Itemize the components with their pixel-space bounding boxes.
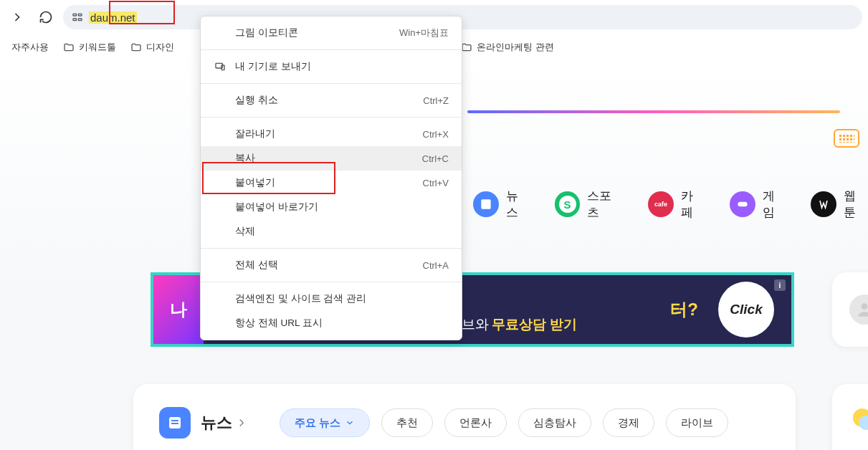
news-icon	[473, 191, 499, 217]
ctx-search-engine-mgmt[interactable]: 검색엔진 및 사이트 검색 관리	[201, 287, 462, 311]
news-section-icon	[159, 407, 191, 439]
chevron-down-icon	[345, 418, 355, 428]
service-game[interactable]: 게임	[730, 188, 787, 221]
svg-rect-2	[73, 19, 77, 21]
ctx-separator	[201, 49, 462, 50]
folder-icon	[461, 42, 472, 53]
ctx-select-all[interactable]: 전체 선택 Ctrl+A	[201, 253, 462, 277]
svg-rect-1	[78, 14, 82, 16]
ctx-paste[interactable]: 붙여넣기 Ctrl+V	[201, 171, 462, 195]
ctx-separator	[201, 282, 462, 282]
service-news[interactable]: 뉴스	[473, 188, 530, 221]
tab-press[interactable]: 언론사	[444, 408, 507, 437]
sports-icon: S	[555, 191, 581, 217]
svg-point-11	[862, 303, 868, 310]
devices-icon	[214, 61, 226, 72]
svg-rect-3	[78, 19, 82, 21]
ad-left-segment: 나	[153, 275, 204, 344]
ctx-separator	[201, 248, 462, 249]
ctx-always-full-url[interactable]: 항상 전체 URL 표시	[201, 311, 462, 335]
context-menu: 그림 이모티콘 Win+마침표 내 기기로 보내기 실행 취소 Ctrl+Z 잘…	[200, 16, 462, 340]
keyboard-icon[interactable]	[834, 129, 859, 148]
address-bar-url[interactable]: daum.net	[89, 11, 137, 24]
weather-card[interactable]	[832, 384, 868, 450]
service-webtoon[interactable]: 웹툰	[811, 188, 868, 221]
ad-click-button[interactable]: Click	[718, 282, 774, 338]
svg-rect-0	[73, 14, 77, 16]
bookmark-folder-design[interactable]: 디자인	[130, 41, 174, 54]
webtoon-icon	[811, 191, 836, 217]
site-settings-icon[interactable]	[72, 11, 83, 23]
svg-rect-7	[738, 202, 747, 207]
news-section: 뉴스 주요 뉴스 추천 언론사 심층탐사 경제 라이브	[133, 384, 796, 450]
address-bar[interactable]: daum.net	[63, 5, 862, 29]
weather-icon	[850, 406, 868, 434]
reload-button[interactable]	[34, 6, 57, 29]
ctx-paste-go[interactable]: 붙여넣어 바로가기	[201, 195, 462, 219]
news-header: 뉴스 주요 뉴스 추천 언론사 심층탐사 경제 라이브	[159, 407, 770, 439]
ctx-send-devices[interactable]: 내 기기로 보내기	[201, 54, 462, 79]
folder-icon	[63, 42, 75, 53]
ctx-separator	[201, 83, 462, 84]
ctx-emoji[interactable]: 그림 이모티콘 Win+마침표	[201, 21, 462, 45]
ctx-copy[interactable]: 복사 Ctrl+C	[201, 146, 462, 171]
bookmark-folder-marketing[interactable]: 온라인마케팅 관련	[461, 41, 554, 54]
ad-info-icon[interactable]: i	[774, 279, 786, 291]
service-sports[interactable]: S 스포츠	[555, 188, 624, 221]
bookmark-folder-keywords[interactable]: 키워드툴	[63, 41, 116, 54]
tab-main-news[interactable]: 주요 뉴스	[280, 408, 370, 437]
ctx-cut[interactable]: 잘라내기 Ctrl+X	[201, 122, 462, 146]
news-title[interactable]: 뉴스	[201, 412, 248, 434]
service-cafe[interactable]: cafe 카페	[648, 188, 705, 221]
profile-card[interactable]	[832, 272, 868, 347]
tab-deep[interactable]: 심층탐사	[518, 408, 591, 437]
svg-rect-9	[171, 420, 178, 421]
tab-economy[interactable]: 경제	[603, 408, 654, 437]
avatar-icon	[849, 295, 868, 325]
svg-rect-6	[481, 199, 490, 209]
game-icon	[730, 191, 755, 217]
bookmark-frequent[interactable]: 자주사용	[11, 41, 49, 54]
ad-subtext: 브와 무료상담 받기	[462, 315, 577, 334]
search-bar-gradient	[467, 110, 840, 113]
chevron-right-icon	[235, 416, 248, 429]
ctx-delete[interactable]: 삭제	[201, 219, 462, 244]
tab-live[interactable]: 라이브	[666, 408, 728, 437]
service-shortcuts: 뉴스 S 스포츠 cafe 카페 게임 웹툰	[473, 188, 868, 221]
news-tabs: 주요 뉴스 추천 언론사 심층탐사 경제 라이브	[280, 408, 728, 437]
ctx-separator	[201, 117, 462, 118]
ctx-undo[interactable]: 실행 취소 Ctrl+Z	[201, 88, 462, 112]
tab-recommend[interactable]: 추천	[381, 408, 433, 437]
cafe-icon: cafe	[648, 191, 674, 217]
forward-button[interactable]	[6, 6, 29, 29]
svg-rect-10	[171, 423, 178, 424]
folder-icon	[130, 42, 142, 53]
